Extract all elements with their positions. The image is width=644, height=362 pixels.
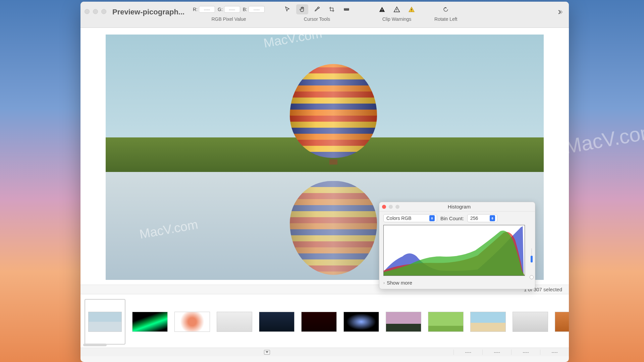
crop-tool[interactable] [326,4,338,14]
g-label: G: [218,7,223,12]
r-label: R: [193,7,198,12]
histogram-mode-value: Colors RGB [386,216,412,221]
desktop-watermark: MacV.com [563,119,644,158]
thumbnail[interactable] [132,312,168,332]
canvas-area[interactable]: MacV.com MacV.com Histogram Colors RGB B… [80,28,569,285]
thumbnail[interactable] [301,312,337,332]
histogram-show-more[interactable]: › Show more [379,278,535,289]
window-traffic-lights[interactable] [85,9,106,14]
clip-warning-white[interactable] [391,4,403,14]
thumbnail[interactable] [217,312,252,332]
thumbnail[interactable] [88,312,122,332]
window-title: Preview-picograph... [112,8,190,16]
eyedropper-tool[interactable] [311,4,323,14]
thumbnail[interactable] [174,312,210,332]
minimize-dot[interactable] [93,9,98,14]
app-window: Preview-picograph... R: G: B: RGB Pixel … [80,2,569,362]
thumbnail[interactable] [555,312,569,332]
thumbnail[interactable] [428,312,464,332]
pointer-tool[interactable] [281,4,293,14]
rgb-group: R: G: B: RGB Pixel Value [193,4,265,22]
svg-point-1 [382,11,382,11]
histogram-titlebar[interactable]: Histogram [379,202,535,212]
thumbnail-scrollbar[interactable] [83,344,107,346]
toolbar-overflow[interactable] [555,7,565,17]
svg-point-2 [396,11,397,11]
clip-warning-black[interactable] [376,4,388,14]
bin-count-select[interactable]: 256 [467,214,497,222]
slider-thumb[interactable] [530,275,534,279]
b-value[interactable] [249,6,265,13]
g-value[interactable] [224,6,240,13]
chevron-right-icon: › [383,281,385,285]
thumbnail[interactable] [259,312,294,332]
select-arrows-icon [429,215,435,221]
thumbnail[interactable] [470,312,506,332]
status-dropdown[interactable] [264,350,270,355]
rotate-group: Rotate Left [434,4,458,22]
b-label: B: [243,7,247,12]
thumbnail-selected[interactable] [85,299,125,345]
rgb-group-label: RGB Pixel Value [211,16,246,22]
bin-count-value: 256 [470,216,478,221]
show-more-label: Show more [387,280,412,286]
rotate-left-button[interactable] [440,4,452,14]
clip-warnings-label: Clip Warnings [382,16,412,22]
status-cell-1: ---- [453,350,482,355]
select-arrows-icon [490,215,495,221]
status-cell-4: ---- [540,350,569,355]
histogram-mode-select[interactable]: Colors RGB [383,214,437,222]
svg-point-3 [411,11,412,11]
zoom-dot[interactable] [101,9,106,14]
cursor-tools-group: Cursor Tools [281,4,353,22]
rotate-label: Rotate Left [434,16,458,22]
bin-count-label: Bin Count: [440,216,464,221]
thumbnail[interactable] [386,312,421,332]
status-bar: ---- ---- ---- ---- [80,348,569,356]
thumbnail-strip[interactable] [80,294,569,348]
thumbnail[interactable] [513,312,548,332]
close-dot[interactable] [85,9,90,14]
status-cell-3: ---- [511,350,540,355]
histogram-title: Histogram [386,204,532,209]
histogram-close[interactable] [382,205,386,209]
hand-tool[interactable] [296,4,308,14]
toolbar: Preview-picograph... R: G: B: RGB Pixel … [80,2,569,28]
r-value[interactable] [199,6,215,13]
histogram-scale-slider[interactable] [530,248,534,262]
histogram-panel[interactable]: Histogram Colors RGB Bin Count: 256 [379,202,535,289]
clip-warnings-group: Clip Warnings [376,4,418,22]
ruler-tool[interactable] [340,4,353,14]
thumbnail[interactable] [343,312,379,332]
status-cell-2: ---- [482,350,511,355]
cursor-tools-label: Cursor Tools [304,16,330,22]
clip-warning-yellow[interactable] [406,4,418,14]
histogram-chart [383,225,525,276]
